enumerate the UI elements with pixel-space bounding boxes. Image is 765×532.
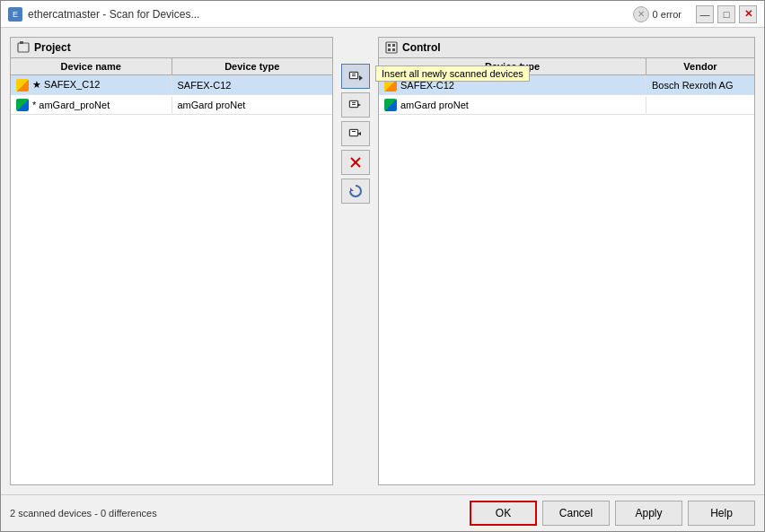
control-header-icon	[384, 40, 399, 55]
remove-button[interactable]	[341, 150, 370, 175]
title-bar: E ethercatmaster - Scan for Devices... ✕…	[1, 1, 764, 28]
project-panel: Project Device name Device type ★ SAFEX_…	[10, 37, 333, 485]
svg-rect-0	[18, 43, 29, 52]
project-col-headers: Device name Device type	[11, 58, 332, 75]
project-cell-type-0: SAFEX-C12	[172, 78, 333, 92]
insert-all-button[interactable]	[341, 92, 370, 118]
control-panel: Control Device type Vendor SAFEX-C12 Bos…	[378, 37, 755, 485]
refresh-button[interactable]	[341, 179, 370, 204]
svg-rect-14	[352, 131, 356, 132]
safex-icon-0	[16, 79, 29, 92]
control-panel-header: Control	[379, 38, 754, 58]
bottom-buttons: OK Cancel Apply Help	[470, 501, 755, 526]
svg-rect-9	[352, 102, 356, 103]
main-content: Project Device name Device type ★ SAFEX_…	[1, 28, 764, 494]
panels-row: Project Device name Device type ★ SAFEX_…	[10, 37, 755, 485]
control-safex-icon-0	[384, 79, 397, 92]
project-cell-name-1: * amGard_proNet	[11, 97, 172, 113]
svg-marker-18	[350, 188, 354, 191]
project-row-0[interactable]: ★ SAFEX_C12 SAFEX-C12	[11, 75, 332, 95]
amgard-icon-1	[16, 99, 29, 111]
help-button[interactable]: Help	[688, 501, 755, 526]
svg-rect-22	[388, 48, 391, 51]
control-row-0-type: SAFEX-C12	[400, 80, 454, 91]
control-col-headers: Device type Vendor	[379, 58, 754, 75]
bottom-bar: 2 scanned devices - 0 differences OK Can…	[1, 494, 764, 531]
error-x-icon: ✕	[633, 6, 649, 22]
svg-rect-19	[386, 42, 397, 53]
svg-marker-6	[359, 75, 363, 81]
svg-rect-4	[352, 74, 356, 74]
close-button[interactable]: ✕	[739, 5, 757, 23]
project-header-icon	[16, 40, 31, 55]
control-amgard-icon-1	[384, 99, 397, 111]
project-row-0-name: ★ SAFEX_C12	[32, 79, 100, 91]
apply-button[interactable]: Apply	[615, 501, 682, 526]
insert-new-button[interactable]	[341, 64, 370, 89]
svg-rect-21	[392, 44, 395, 47]
project-row-0-type: SAFEX-C12	[178, 80, 232, 91]
control-col-type: Device type	[379, 58, 646, 74]
project-row-1-type: amGard proNet	[178, 100, 246, 110]
middle-actions: Insert all newly scanned devices	[333, 37, 378, 485]
control-row-0[interactable]: SAFEX-C12 Bosch Rexroth AG	[379, 75, 754, 95]
control-cell-vendor-0: Bosch Rexroth AG	[646, 78, 754, 92]
window-title: ethercatmaster - Scan for Devices...	[28, 8, 199, 21]
project-row-1[interactable]: * amGard_proNet amGard proNet	[11, 95, 332, 115]
control-cell-vendor-1	[646, 103, 754, 107]
project-cell-type-1: amGard proNet	[172, 98, 333, 112]
cancel-button[interactable]: Cancel	[542, 501, 610, 526]
minimize-button[interactable]: —	[696, 5, 714, 23]
main-window: E ethercatmaster - Scan for Devices... ✕…	[0, 0, 765, 532]
ok-button[interactable]: OK	[470, 501, 537, 526]
status-text: 2 scanned devices - 0 differences	[10, 508, 157, 519]
error-count: 0 error	[653, 9, 681, 20]
svg-rect-13	[350, 130, 357, 135]
project-col-name: Device name	[11, 58, 172, 74]
control-cell-type-1: amGard proNet	[379, 97, 646, 113]
title-bar-left: E ethercatmaster - Scan for Devices...	[8, 7, 199, 22]
project-col-type: Device type	[172, 58, 333, 74]
title-controls: — □ ✕	[696, 5, 757, 23]
error-badge: ✕ 0 error	[633, 6, 681, 22]
svg-rect-10	[352, 104, 356, 105]
maximize-button[interactable]: □	[717, 5, 735, 23]
svg-rect-20	[388, 44, 391, 47]
control-row-1[interactable]: amGard proNet	[379, 95, 754, 115]
control-panel-title: Control	[402, 41, 441, 54]
svg-marker-11	[357, 103, 361, 107]
project-row-1-name: * amGard_proNet	[32, 100, 110, 110]
delete-button[interactable]	[341, 121, 370, 146]
control-col-vendor: Vendor	[646, 58, 754, 74]
control-row-0-vendor: Bosch Rexroth AG	[652, 80, 734, 91]
svg-rect-5	[352, 75, 356, 76]
app-icon: E	[8, 7, 22, 22]
svg-rect-23	[392, 48, 395, 51]
project-cell-name-0: ★ SAFEX_C12	[11, 77, 172, 93]
svg-rect-1	[20, 41, 23, 44]
project-panel-header: Project	[11, 38, 332, 58]
control-cell-type-0: SAFEX-C12	[379, 77, 646, 93]
project-panel-title: Project	[34, 41, 71, 54]
control-row-1-type: amGard proNet	[400, 100, 469, 110]
